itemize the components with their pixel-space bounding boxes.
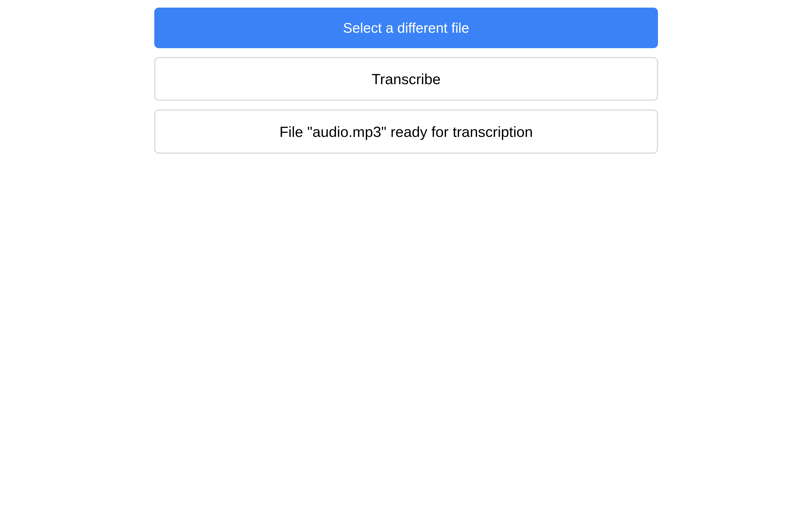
transcribe-button[interactable]: Transcribe bbox=[154, 57, 658, 101]
main-container: Select a different file Transcribe File … bbox=[154, 8, 658, 154]
status-message: File "audio.mp3" ready for transcription bbox=[154, 110, 658, 154]
select-file-button[interactable]: Select a different file bbox=[154, 8, 658, 48]
